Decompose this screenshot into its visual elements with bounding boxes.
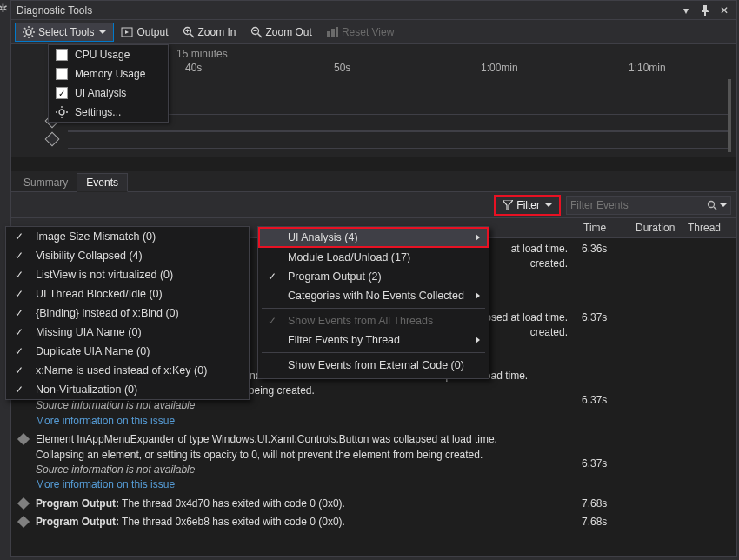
time-tick: 40s [185,62,202,74]
zoom-out-button[interactable]: Zoom Out [243,23,319,41]
select-tools-button[interactable]: Select Tools [15,23,114,42]
menu-label: Module Load/Unload (17) [288,251,480,263]
analysis-filter-item[interactable]: ✓x:Name is used instead of x:Key (0) [6,361,249,380]
checkbox-checked-icon: ✓ [56,87,68,99]
filter-module[interactable]: Module Load/Unload (17) [258,248,489,267]
analysis-filter-item[interactable]: ✓Visibility Collapsed (4) [6,246,249,265]
more-info-link[interactable]: More information on this issue [36,478,175,490]
diamond-marker-icon [17,516,30,528]
analysis-filter-item[interactable]: ✓Non-Virtualization (0) [6,380,249,399]
menu-label: Missing UIA Name (0) [36,326,142,338]
col-duration[interactable]: Duration [636,222,688,234]
select-tools-menu: CPU Usage Memory Usage ✓ UI Analysis Set… [48,44,169,123]
event-time: 6.37s [582,432,634,471]
zoom-in-button[interactable]: Zoom In [176,23,243,41]
menu-label: CPU Usage [75,49,130,61]
filter-ui-analysis[interactable]: UI Analysis (4) [258,227,489,248]
svg-line-8 [32,28,34,30]
svg-point-20 [59,110,64,115]
timeline-track[interactable] [68,131,731,149]
zoom-out-icon [250,26,263,38]
close-icon[interactable]: ✕ [717,3,731,17]
chevron-down-icon [99,30,106,34]
tab-label: Events [86,177,118,189]
analysis-filter-item[interactable]: ✓Image Size Mismatch (0) [6,227,249,246]
analysis-filter-item[interactable]: ✓ListView is not virtualized (0) [6,265,249,284]
submenu-arrow-icon [476,292,480,299]
menu-label: Show Events from All Threads [288,315,480,327]
chevron-down-icon [545,203,552,207]
scrollbar[interactable] [728,79,731,152]
time-tick: 1:10min [629,62,666,74]
event-time: 6.37s [582,369,634,408]
search-input[interactable] [570,199,707,211]
toolbar: Select Tools Output Zoom In Zoom Out [11,20,736,44]
event-time: 7.68s [582,515,634,530]
event-row[interactable]: Element InAppMenuExpander of type Window… [17,430,731,495]
filter-button[interactable]: Filter [494,195,561,216]
svg-line-6 [32,35,34,37]
menu-label: Visibility Collapsed (4) [36,250,143,262]
event-text: The thread 0x4d70 has exited with code 0… [119,497,345,510]
filter-no-events[interactable]: Categories with No Events Collected [258,286,489,305]
filter-menu: UI Analysis (4) Module Load/Unload (17) … [257,226,489,379]
search-icon[interactable] [707,200,717,210]
gear-icon[interactable]: ✲ [0,2,8,15]
time-tick: 1:00min [481,62,518,74]
select-tools-label: Select Tools [38,26,94,38]
event-time: 7.68s [582,497,634,511]
search-box[interactable] [566,196,731,215]
submenu-arrow-icon [476,234,480,241]
svg-rect-17 [327,31,330,37]
check-icon: ✓ [263,315,281,327]
tab-events[interactable]: Events [77,173,128,192]
analysis-filter-item[interactable]: ✓UI Thread Blocked/Idle (0) [6,284,249,303]
filter-external-code[interactable]: Show Events from External Code (0) [258,356,489,375]
pin-icon[interactable] [698,3,712,17]
session-duration-label: 15 minutes [176,48,228,60]
auto-hide-icon[interactable]: ▾ [679,3,693,17]
event-row[interactable]: Program Output: The thread 0x4d70 has ex… [17,495,731,513]
event-text: created. [530,257,568,270]
menu-label: Memory Usage [75,68,145,80]
menu-label: Filter Events by Thread [288,334,469,346]
more-info-link[interactable]: More information on this issue [36,414,175,429]
analysis-filter-item[interactable]: ✓Duplicate UIA Name (0) [6,342,249,361]
output-button[interactable]: Output [114,23,175,41]
col-thread[interactable]: Thread [688,222,731,234]
check-icon: ✓ [11,383,27,396]
check-icon: ✓ [11,250,27,262]
gear-icon [23,26,35,38]
menu-label: Duplicate UIA Name (0) [36,345,150,357]
check-icon: ✓ [11,269,27,281]
event-row[interactable]: Program Output: The thread 0x6eb8 has ex… [17,513,731,531]
menu-label: x:Name is used instead of x:Key (0) [36,364,207,377]
analysis-filter-item[interactable]: ✓Missing UIA Name (0) [6,323,249,342]
menu-memory-usage[interactable]: Memory Usage [49,64,168,83]
event-time: 6.36s [582,242,634,257]
menu-settings[interactable]: Settings... [49,103,168,122]
menu-label: UI Analysis [75,87,126,99]
tab-summary[interactable]: Summary [15,174,77,191]
svg-rect-19 [336,27,338,37]
reset-view-button[interactable]: Reset View [319,23,401,41]
check-icon: ✓ [11,230,27,243]
output-label: Output [136,26,168,38]
diamond-marker-icon [17,497,30,510]
event-text: psed at load time. [485,311,568,323]
filter-all-threads: ✓ Show Events from All Threads [258,311,489,330]
filter-label: Filter [516,199,540,211]
menu-ui-analysis[interactable]: ✓ UI Analysis [49,83,168,103]
svg-line-15 [257,33,262,37]
menu-cpu-usage[interactable]: CPU Usage [49,45,168,64]
col-time[interactable]: Time [583,222,636,234]
menu-label: UI Analysis (4) [288,231,469,243]
reset-view-icon [326,26,338,38]
svg-point-0 [26,30,31,35]
chevron-down-icon[interactable] [720,203,727,207]
filter-by-thread[interactable]: Filter Events by Thread [258,330,489,350]
filter-program-output[interactable]: ✓ Program Output (2) [258,267,489,286]
analysis-filter-item[interactable]: ✓{Binding} instead of x:Bind (0) [6,303,249,323]
checkbox-unchecked-icon [56,68,68,80]
submenu-arrow-icon [476,337,480,343]
